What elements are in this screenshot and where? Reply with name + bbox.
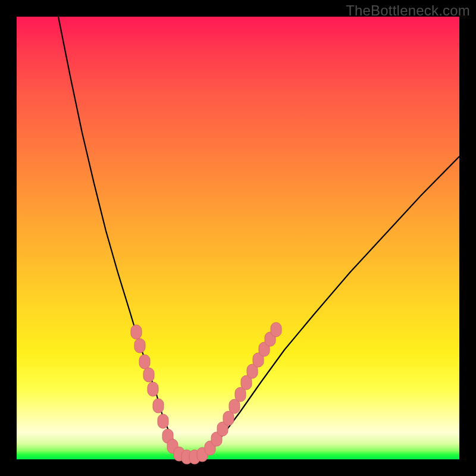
- curve-marker: [143, 368, 154, 382]
- curve-marker: [139, 355, 150, 369]
- outer-frame: TheBottleneck.com: [0, 0, 476, 476]
- marker-group: [131, 322, 281, 464]
- plot-area: [17, 17, 459, 459]
- curve-marker: [153, 399, 164, 413]
- curve-marker: [131, 325, 142, 339]
- chart-svg: [17, 17, 459, 459]
- curve-marker: [134, 339, 145, 353]
- curve-marker: [158, 414, 168, 428]
- curve-marker: [148, 382, 158, 396]
- bottleneck-curve-path: [58, 17, 459, 457]
- curve-marker: [271, 322, 281, 337]
